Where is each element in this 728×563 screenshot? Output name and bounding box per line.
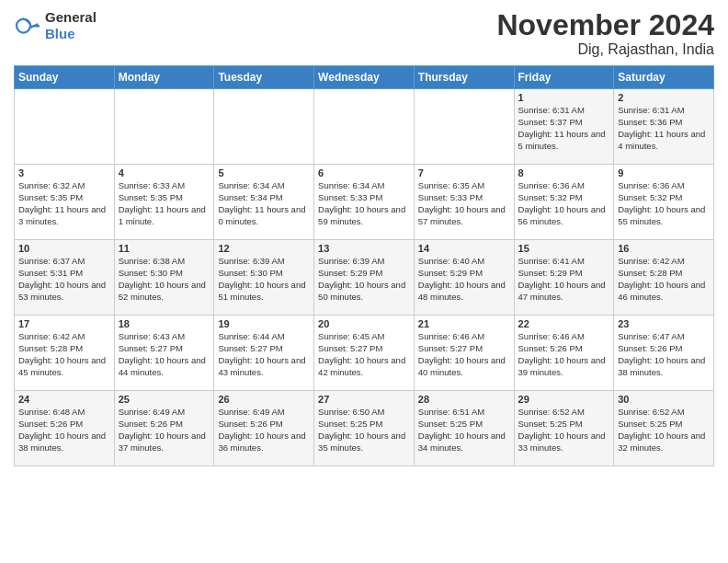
day-number: 6: [318, 167, 410, 178]
cell-1-5: [414, 89, 514, 165]
day-info: Daylight: 10 hours and 35 minutes.: [318, 431, 410, 454]
day-info: Sunset: 5:28 PM: [618, 268, 710, 280]
day-number: 17: [18, 318, 110, 329]
day-number: 16: [618, 243, 710, 254]
header: General Blue November 2024 Dig, Rajastha…: [14, 9, 714, 58]
day-info: Sunrise: 6:38 AM: [119, 256, 210, 268]
day-info: Sunrise: 6:46 AM: [418, 331, 510, 343]
day-info: Sunrise: 6:45 AM: [318, 331, 410, 343]
day-info: Sunrise: 6:40 AM: [418, 256, 510, 268]
cell-2-5: 7Sunrise: 6:35 AMSunset: 5:33 PMDaylight…: [414, 165, 514, 240]
title-block: November 2024 Dig, Rajasthan, India: [496, 9, 714, 58]
day-info: Sunrise: 6:32 AM: [18, 180, 110, 192]
cell-1-1: [15, 89, 115, 165]
cell-2-3: 5Sunrise: 6:34 AMSunset: 5:34 PMDaylight…: [214, 165, 314, 240]
cell-1-4: [314, 89, 415, 165]
cell-1-2: [114, 89, 214, 165]
day-info: Sunset: 5:27 PM: [318, 343, 410, 355]
cell-3-6: 15Sunrise: 6:41 AMSunset: 5:29 PMDayligh…: [514, 240, 614, 316]
day-info: Daylight: 10 hours and 47 minutes.: [518, 280, 610, 304]
day-info: Daylight: 11 hours and 1 minute.: [119, 204, 210, 228]
cell-3-1: 10Sunrise: 6:37 AMSunset: 5:31 PMDayligh…: [15, 240, 115, 316]
day-info: Sunset: 5:28 PM: [18, 343, 110, 355]
day-info: Daylight: 11 hours and 5 minutes.: [518, 129, 610, 153]
day-info: Sunset: 5:30 PM: [119, 268, 210, 280]
day-info: Sunset: 5:26 PM: [618, 343, 710, 355]
day-number: 2: [618, 92, 710, 103]
day-number: 22: [518, 318, 610, 329]
col-saturday: Saturday: [614, 66, 714, 89]
cell-4-4: 20Sunrise: 6:45 AMSunset: 5:27 PMDayligh…: [314, 316, 415, 391]
day-info: Sunset: 5:29 PM: [518, 268, 610, 280]
day-info: Sunset: 5:25 PM: [618, 419, 710, 431]
day-info: Sunrise: 6:46 AM: [518, 331, 610, 343]
day-info: Sunrise: 6:52 AM: [518, 407, 610, 419]
day-info: Sunrise: 6:48 AM: [18, 407, 110, 419]
cell-4-3: 19Sunrise: 6:44 AMSunset: 5:27 PMDayligh…: [214, 316, 314, 391]
day-info: Sunset: 5:32 PM: [618, 192, 710, 204]
cell-3-2: 11Sunrise: 6:38 AMSunset: 5:30 PMDayligh…: [114, 240, 214, 316]
cell-4-5: 21Sunrise: 6:46 AMSunset: 5:27 PMDayligh…: [414, 316, 514, 391]
cell-5-1: 24Sunrise: 6:48 AMSunset: 5:26 PMDayligh…: [15, 391, 115, 466]
day-info: Daylight: 10 hours and 37 minutes.: [119, 431, 210, 454]
day-info: Sunset: 5:26 PM: [18, 419, 110, 431]
calendar-table: Sunday Monday Tuesday Wednesday Thursday…: [14, 65, 714, 466]
day-number: 29: [518, 394, 610, 405]
week-row-4: 17Sunrise: 6:42 AMSunset: 5:28 PMDayligh…: [15, 316, 714, 391]
day-info: Sunrise: 6:43 AM: [119, 331, 210, 343]
cell-1-6: 1Sunrise: 6:31 AMSunset: 5:37 PMDaylight…: [514, 89, 614, 165]
day-number: 10: [18, 243, 110, 254]
cell-3-3: 12Sunrise: 6:39 AMSunset: 5:30 PMDayligh…: [214, 240, 314, 316]
header-row: Sunday Monday Tuesday Wednesday Thursday…: [15, 66, 714, 89]
day-info: Sunrise: 6:33 AM: [119, 180, 210, 192]
day-info: Sunset: 5:25 PM: [418, 419, 510, 431]
day-number: 21: [418, 318, 510, 329]
day-info: Sunset: 5:26 PM: [218, 419, 310, 431]
cell-2-4: 6Sunrise: 6:34 AMSunset: 5:33 PMDaylight…: [314, 165, 415, 240]
calendar-header: Sunday Monday Tuesday Wednesday Thursday…: [15, 66, 714, 89]
day-info: Daylight: 10 hours and 55 minutes.: [618, 204, 710, 228]
day-info: Daylight: 10 hours and 57 minutes.: [418, 204, 510, 228]
day-info: Sunrise: 6:49 AM: [218, 407, 310, 419]
cell-4-1: 17Sunrise: 6:42 AMSunset: 5:28 PMDayligh…: [15, 316, 115, 391]
day-number: 7: [418, 167, 510, 178]
day-number: 1: [518, 92, 610, 103]
day-info: Sunrise: 6:34 AM: [318, 180, 410, 192]
day-info: Sunrise: 6:35 AM: [418, 180, 510, 192]
day-info: Sunrise: 6:37 AM: [18, 256, 110, 268]
cell-2-6: 8Sunrise: 6:36 AMSunset: 5:32 PMDaylight…: [514, 165, 614, 240]
day-info: Sunset: 5:33 PM: [418, 192, 510, 204]
day-info: Sunrise: 6:39 AM: [318, 256, 410, 268]
cell-2-7: 9Sunrise: 6:36 AMSunset: 5:32 PMDaylight…: [614, 165, 714, 240]
cell-2-2: 4Sunrise: 6:33 AMSunset: 5:35 PMDaylight…: [114, 165, 214, 240]
day-info: Sunrise: 6:44 AM: [218, 331, 310, 343]
svg-point-0: [17, 19, 30, 33]
day-info: Sunrise: 6:42 AM: [18, 331, 110, 343]
day-info: Sunrise: 6:34 AM: [218, 180, 310, 192]
day-info: Sunset: 5:33 PM: [318, 192, 410, 204]
day-info: Daylight: 10 hours and 50 minutes.: [318, 280, 410, 304]
logo-text-block: General Blue: [45, 9, 97, 42]
day-info: Daylight: 10 hours and 36 minutes.: [218, 431, 310, 454]
day-info: Sunrise: 6:41 AM: [518, 256, 610, 268]
day-info: Daylight: 10 hours and 56 minutes.: [518, 204, 610, 228]
day-info: Sunset: 5:31 PM: [18, 268, 110, 280]
day-info: Sunrise: 6:51 AM: [418, 407, 510, 419]
day-number: 19: [218, 318, 310, 329]
logo: General Blue: [14, 9, 97, 42]
day-info: Daylight: 10 hours and 33 minutes.: [518, 431, 610, 454]
day-info: Sunrise: 6:42 AM: [618, 256, 710, 268]
month-title: November 2024: [496, 9, 714, 41]
day-info: Sunset: 5:30 PM: [218, 268, 310, 280]
col-sunday: Sunday: [15, 66, 115, 89]
day-info: Sunrise: 6:50 AM: [318, 407, 410, 419]
cell-3-5: 14Sunrise: 6:40 AMSunset: 5:29 PMDayligh…: [414, 240, 514, 316]
day-number: 27: [318, 394, 410, 405]
calendar-body: 1Sunrise: 6:31 AMSunset: 5:37 PMDaylight…: [15, 89, 714, 466]
day-info: Daylight: 10 hours and 59 minutes.: [318, 204, 410, 228]
day-info: Sunrise: 6:52 AM: [618, 407, 710, 419]
day-number: 9: [618, 167, 710, 178]
col-monday: Monday: [114, 66, 214, 89]
cell-3-7: 16Sunrise: 6:42 AMSunset: 5:28 PMDayligh…: [614, 240, 714, 316]
day-info: Sunset: 5:25 PM: [318, 419, 410, 431]
